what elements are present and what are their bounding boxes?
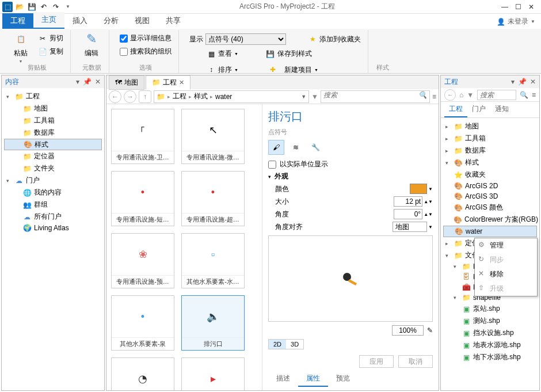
tab-preview[interactable]: 预览 xyxy=(328,371,358,387)
ptree-s4[interactable]: ▣地表水源地.shp xyxy=(443,339,537,351)
ptree-map[interactable]: ▸📁地图 xyxy=(443,120,537,132)
pin-icon[interactable]: 📌 xyxy=(83,78,92,86)
filter-icon[interactable]: ▼ xyxy=(467,91,474,99)
ptree-styles[interactable]: ▾🎨样式 xyxy=(443,157,537,169)
brush-tab[interactable]: 🖌 xyxy=(268,140,284,155)
ptab-portal[interactable]: 门户 xyxy=(467,102,490,117)
home-icon[interactable]: ⌂ xyxy=(459,91,463,99)
fwd-button[interactable]: → xyxy=(124,90,136,103)
search-org-check[interactable]: 搜索我的组织 xyxy=(117,45,174,58)
qat-dropdown-icon[interactable]: ▼ xyxy=(63,2,73,12)
cut-button[interactable]: ✂剪切 xyxy=(36,32,66,44)
gallery-thumb[interactable]: ❀专用通讯设施-预… xyxy=(111,233,174,288)
tab-view[interactable]: 视图 xyxy=(127,13,158,29)
color-swatch[interactable] xyxy=(410,184,427,194)
maximize-button[interactable]: ☐ xyxy=(515,3,521,11)
ptree-database[interactable]: ▸📁数据库 xyxy=(443,144,537,157)
tab-home[interactable]: 主页 xyxy=(33,12,64,29)
show-detail-check[interactable]: 显示详细信息 xyxy=(117,32,174,44)
redo-icon[interactable]: ↷ xyxy=(51,2,61,12)
tab-analysis[interactable]: 分析 xyxy=(96,13,127,29)
tree-portal[interactable]: ▾☁门户 xyxy=(4,174,102,187)
gallery-thumb[interactable]: •专用通讯设施-超… xyxy=(181,171,245,226)
tree-folders[interactable]: 📁文件夹 xyxy=(4,162,102,174)
tree-all-portal[interactable]: ☁所有门户 xyxy=(4,211,102,223)
real-units-check[interactable] xyxy=(268,161,276,169)
ptree-fav[interactable]: ⭐收藏夹 xyxy=(443,169,537,181)
tab-share[interactable]: 共享 xyxy=(158,13,189,29)
angle-align-select[interactable]: 地图 xyxy=(393,222,427,232)
tab-project-view[interactable]: 📁工程✕ xyxy=(146,75,191,90)
tab-description[interactable]: 描述 xyxy=(268,371,298,387)
ptree-cb[interactable]: 🎨ColorBrewer 方案(RGB) xyxy=(443,214,537,226)
edit-metadata-button[interactable]: ✎ 编辑 xyxy=(79,31,104,58)
tab-map-view[interactable]: 🗺地图 xyxy=(109,75,144,90)
paste-button[interactable]: 📋 粘贴 ▼ xyxy=(8,31,33,63)
search-box[interactable]: 🔍 xyxy=(321,90,430,103)
up-button[interactable]: ↑ xyxy=(139,90,151,103)
gallery-thumb[interactable]: •专用通讯设施-短… xyxy=(111,171,174,226)
save-icon[interactable]: 💾 xyxy=(26,2,37,12)
open-icon[interactable]: 📂 xyxy=(14,2,25,12)
tree-groups[interactable]: 👥群组 xyxy=(4,199,102,211)
gallery-thumb[interactable]: ⸀专用通讯设施-卫… xyxy=(111,109,174,164)
ptree-toolbox[interactable]: ▸📁工具箱 xyxy=(443,132,537,144)
gallery-thumb[interactable]: ◔ xyxy=(111,357,174,390)
dropper-icon[interactable]: ✎ xyxy=(427,326,433,334)
gallery-thumb[interactable]: ▫其他水系要素-水… xyxy=(181,233,245,288)
ptab-notify[interactable]: 通知 xyxy=(490,102,513,117)
menu-icon[interactable]: ≡ xyxy=(432,93,436,101)
close-icon[interactable]: ✕ xyxy=(95,78,101,86)
dimension-toggle[interactable]: 2D 3D xyxy=(268,339,304,349)
apply-button[interactable]: 应用 xyxy=(359,355,394,368)
wrench-tab[interactable]: 🔧 xyxy=(307,140,323,155)
search-icon[interactable]: 🔍 xyxy=(418,91,427,99)
tree-toolbox[interactable]: 📁工具箱 xyxy=(4,115,102,127)
size-input[interactable]: 12 pt xyxy=(394,196,422,207)
search-org-checkbox[interactable] xyxy=(120,48,128,56)
pin-icon[interactable]: 📌 xyxy=(518,78,527,86)
gallery-thumb[interactable]: 🔈排污口 xyxy=(181,295,245,351)
close-button[interactable]: ✕ xyxy=(528,3,534,11)
ptree-s1[interactable]: ▣泵站.shp xyxy=(443,303,537,315)
ctx-manage[interactable]: ⚙管理 xyxy=(475,238,537,253)
minimize-button[interactable]: — xyxy=(501,3,508,11)
ptree-3d[interactable]: 🎨ArcGIS 3D xyxy=(443,191,537,201)
tab-project[interactable]: 工程 xyxy=(2,13,33,29)
close-icon[interactable]: ✕ xyxy=(530,78,536,86)
autohide-icon[interactable]: ▾ xyxy=(76,78,79,86)
ptree-2d[interactable]: 🎨ArcGIS 2D xyxy=(443,181,537,191)
view-button[interactable]: ▦查看▼ xyxy=(204,48,241,60)
ptree-water[interactable]: 🎨water xyxy=(443,226,537,237)
gallery-thumb[interactable]: ▸ xyxy=(181,357,245,390)
layers-tab[interactable]: ≋ xyxy=(288,140,304,155)
autohide-icon[interactable]: ▾ xyxy=(511,78,515,86)
show-detail-checkbox[interactable] xyxy=(120,35,128,43)
ptree-s3[interactable]: ▣挡水设施.shp xyxy=(443,327,537,339)
ptree-s5[interactable]: ▣地下水源地.shp xyxy=(443,351,537,363)
tree-project[interactable]: ▾📁工程 xyxy=(4,90,102,102)
angle-input[interactable]: 0° xyxy=(394,209,422,219)
signin-link[interactable]: 👤 未登录 ▼ xyxy=(491,14,541,29)
ptab-proj[interactable]: 工程 xyxy=(444,102,467,117)
gallery-thumb[interactable]: ↖专用通讯设施-微… xyxy=(181,109,245,164)
search-input[interactable] xyxy=(323,91,410,99)
show-select[interactable]: 点符号 (40) xyxy=(205,33,286,45)
tree-locators[interactable]: 📁定位器 xyxy=(4,150,102,162)
back-button[interactable]: ← xyxy=(444,89,456,101)
cancel-button[interactable]: 取消 xyxy=(398,355,433,368)
tab-properties[interactable]: 属性 xyxy=(298,371,328,387)
tree-styles[interactable]: 🎨样式 xyxy=(4,139,102,150)
back-button[interactable]: ← xyxy=(109,90,121,103)
save-to-style-button[interactable]: 💾保存到样式 xyxy=(264,48,314,60)
ctx-remove[interactable]: ✕移除 xyxy=(475,267,537,281)
menu-icon[interactable]: ≡ xyxy=(532,91,536,99)
tree-living-atlas[interactable]: 🌍Living Atlas xyxy=(4,223,102,233)
tab-insert[interactable]: 插入 xyxy=(64,13,96,29)
filter-icon[interactable]: ▼ xyxy=(311,93,318,101)
tree-database[interactable]: 📁数据库 xyxy=(4,127,102,139)
tree-my-content[interactable]: 🌐我的内容 xyxy=(4,187,102,199)
close-tab-icon[interactable]: ✕ xyxy=(179,79,184,86)
ptree-color[interactable]: 🎨ArcGIS 颜色 xyxy=(443,201,537,214)
ptree-s2[interactable]: ▣测站.shp xyxy=(443,315,537,327)
